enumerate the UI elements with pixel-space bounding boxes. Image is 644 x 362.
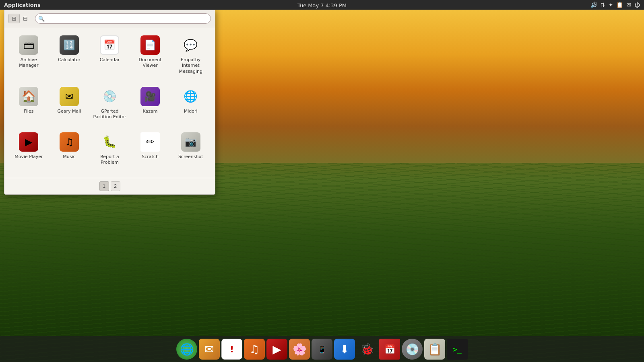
dock-item-terminal[interactable]: >_	[447, 339, 468, 360]
app-item-calculator[interactable]: 🔢 Calculator	[49, 31, 90, 83]
page-2-button[interactable]: 2	[111, 181, 120, 191]
screenshot-label: Screenshot	[178, 154, 203, 160]
dock-item-stamp[interactable]: 📋	[424, 339, 445, 360]
list-view-button[interactable]: ⊟	[20, 14, 31, 23]
document-viewer-icon: 📄	[140, 35, 160, 55]
dock-item-midori[interactable]: 🌐	[176, 339, 197, 360]
search-wrapper: 🔍	[35, 13, 211, 24]
grid-view-button[interactable]: ⊞	[8, 14, 20, 23]
top-panel: Applications Tue May 7 4:39 PM 🔊 ⇅ ✦ 📋 ✉…	[0, 0, 644, 10]
bluetooth-icon[interactable]: ✦	[609, 2, 613, 8]
volume-icon[interactable]: 🔊	[590, 2, 597, 8]
music-icon: ♫	[60, 132, 79, 152]
geary-icon: ✉	[60, 87, 79, 106]
panel-center: Tue May 7 4:39 PM	[297, 1, 347, 9]
dock-item-bug[interactable]: 🐞	[357, 339, 378, 360]
app-item-movie-player[interactable]: ▶ Movie Player	[8, 128, 49, 174]
dock-item-avd[interactable]: 📱	[312, 339, 332, 360]
dock-item-mail[interactable]: ✉	[199, 339, 220, 360]
dock-item-download[interactable]: ⬇	[334, 339, 355, 360]
app-item-screenshot[interactable]: 📷 Screenshot	[170, 128, 211, 174]
empathy-icon: 💬	[181, 35, 200, 55]
calculator-label: Calculator	[58, 57, 80, 63]
network-icon[interactable]: ⇅	[601, 2, 605, 8]
app-item-kazam[interactable]: 🎥 Kazam	[130, 83, 171, 128]
app-item-gparted[interactable]: 💿 GParted Partition Editor	[89, 83, 130, 128]
search-input[interactable]	[35, 13, 211, 24]
clipboard-icon[interactable]: 📋	[616, 2, 623, 8]
files-label: Files	[24, 109, 33, 114]
power-icon[interactable]: ⏻	[634, 2, 640, 8]
app-item-report-problem[interactable]: 🐛 Report a Problem	[89, 128, 130, 174]
movie-player-label: Movie Player	[14, 154, 43, 160]
bottom-dock: 🌐 ✉ ! ♫ ▶ 🌸 📱 ⬇ 🐞 📅 💿 📋 >_	[0, 336, 644, 362]
report-problem-label: Report a Problem	[91, 154, 128, 166]
app-item-document-viewer[interactable]: 📄 Document Viewer	[130, 31, 171, 83]
mail-icon[interactable]: ✉	[626, 2, 631, 8]
kazam-label: Kazam	[143, 109, 158, 114]
scratch-label: Scratch	[142, 154, 159, 160]
screenshot-icon: 📷	[181, 132, 200, 152]
calculator-icon: 🔢	[60, 35, 79, 55]
app-item-archive-manager[interactable]: 🗃 Archive Manager	[8, 31, 49, 83]
app-item-empathy[interactable]: 💬 Empathy Internet Messaging	[170, 31, 211, 83]
app-item-geary[interactable]: ✉ Geary Mail	[49, 83, 90, 128]
dock-item-brasero[interactable]: 💿	[402, 339, 423, 360]
panel-right: 🔊 ⇅ ✦ 📋 ✉ ⏻	[590, 2, 640, 8]
midori-label: Midori	[184, 109, 198, 114]
report-problem-icon: 🐛	[100, 132, 119, 152]
panel-datetime: Tue May 7 4:39 PM	[297, 2, 347, 8]
page-1-button[interactable]: 1	[99, 181, 109, 191]
app-item-calendar[interactable]: 📅 Calendar	[89, 31, 130, 83]
app-launcher: ⊞ ⊟ 🔍 🗃 Archive Manager 🔢 Calculator 📅 C…	[4, 10, 215, 195]
empathy-label: Empathy Internet Messaging	[173, 57, 209, 74]
archive-manager-icon: 🗃	[19, 35, 38, 55]
applications-menu[interactable]: Applications	[4, 2, 41, 8]
dock-item-movieplayer[interactable]: ▶	[266, 339, 287, 360]
geary-label: Geary Mail	[57, 109, 81, 114]
archive-manager-label: Archive Manager	[10, 57, 47, 69]
gparted-label: GParted Partition Editor	[91, 109, 128, 120]
files-icon: 🏠	[19, 87, 38, 106]
app-item-midori[interactable]: 🌐 Midori	[170, 83, 211, 128]
kazam-icon: 🎥	[140, 87, 160, 106]
gparted-icon: 💿	[100, 87, 119, 106]
pagination: 1 2	[4, 178, 215, 194]
calendar-label: Calendar	[100, 57, 120, 63]
app-item-music[interactable]: ♫ Music	[49, 128, 90, 174]
dock-item-calendar[interactable]: 📅	[379, 339, 400, 360]
dock-item-rhythmbox[interactable]: ♫	[244, 339, 265, 360]
panel-left: Applications	[4, 2, 41, 8]
app-item-files[interactable]: 🏠 Files	[8, 83, 49, 128]
launcher-toolbar: ⊞ ⊟ 🔍	[4, 10, 215, 27]
dock-item-tomboy[interactable]: !	[221, 339, 242, 360]
calendar-icon: 📅	[100, 35, 119, 55]
movie-player-icon: ▶	[19, 132, 38, 152]
midori-icon: 🌐	[181, 87, 200, 106]
dock-item-theme[interactable]: 🌸	[289, 339, 310, 360]
music-label: Music	[63, 154, 75, 160]
document-viewer-label: Document Viewer	[132, 57, 168, 69]
app-item-scratch[interactable]: ✏ Scratch	[130, 128, 171, 174]
scratch-icon: ✏	[140, 132, 160, 152]
apps-grid: 🗃 Archive Manager 🔢 Calculator 📅 Calenda…	[4, 27, 215, 178]
